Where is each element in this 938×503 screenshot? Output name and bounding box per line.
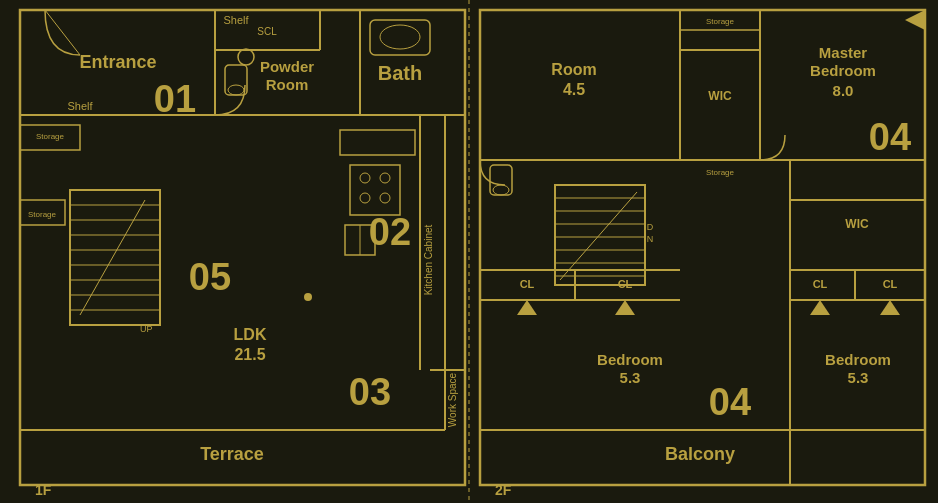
kitchen-cabinet-label: Kitchen Cabinet xyxy=(423,224,434,295)
powder-room-label: Powder xyxy=(260,58,314,75)
svg-point-76 xyxy=(304,293,312,301)
shelf-side-label: Shelf xyxy=(67,100,93,112)
cl2-label: CL xyxy=(618,278,633,290)
dn-label2: N xyxy=(647,234,654,244)
number-04-top: 04 xyxy=(869,116,911,158)
number-04-bottom: 04 xyxy=(709,381,751,423)
master-bedroom-label: Master xyxy=(819,44,868,61)
room45-size: 4.5 xyxy=(563,81,585,98)
cl4-label: CL xyxy=(883,278,898,290)
storage1-label: Storage xyxy=(36,132,65,141)
scl-label: SCL xyxy=(257,26,277,37)
storage4-label: Storage xyxy=(706,168,735,177)
number-02: 02 xyxy=(369,211,411,253)
bath-label: Bath xyxy=(378,62,422,84)
storage3-label: Storage xyxy=(706,17,735,26)
shelf-top-label: Shelf xyxy=(223,14,249,26)
room45-label: Room xyxy=(551,61,596,78)
terrace-label: Terrace xyxy=(200,444,264,464)
bedroom-right-label: Bedroom xyxy=(825,351,891,368)
bedroom-left-size: 5.3 xyxy=(620,369,641,386)
floor-plan: UP Shelf Shelf SCL Storage Storage Entra… xyxy=(0,0,938,503)
entrance-label: Entrance xyxy=(79,52,156,72)
balcony-label: Balcony xyxy=(665,444,735,464)
master-bedroom-size: 8.0 xyxy=(833,82,854,99)
wic2-label: WIC xyxy=(845,217,869,231)
number-05: 05 xyxy=(189,256,231,298)
master-bedroom-label2: Bedroom xyxy=(810,62,876,79)
number-01: 01 xyxy=(154,78,196,120)
cl1-label: CL xyxy=(520,278,535,290)
number-03: 03 xyxy=(349,371,391,413)
bedroom-left-label: Bedroom xyxy=(597,351,663,368)
storage2-label: Storage xyxy=(28,210,57,219)
cl3-label: CL xyxy=(813,278,828,290)
wic1-label: WIC xyxy=(708,89,732,103)
work-space-label: Work Space xyxy=(447,372,458,427)
ldk-size: 21.5 xyxy=(234,346,265,363)
bedroom-right-size: 5.3 xyxy=(848,369,869,386)
1f-label: 1F xyxy=(35,482,52,498)
svg-text:UP: UP xyxy=(140,324,153,334)
dn-label: D xyxy=(647,222,654,232)
powder-room-label2: Room xyxy=(266,76,309,93)
ldk-label: LDK xyxy=(234,326,267,343)
2f-label: 2F xyxy=(495,482,512,498)
